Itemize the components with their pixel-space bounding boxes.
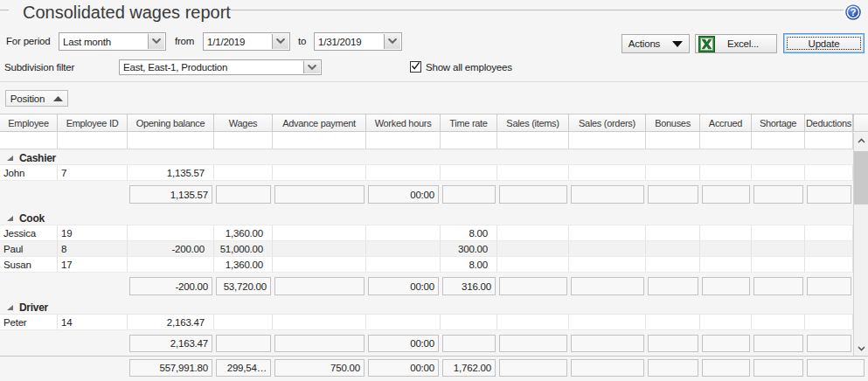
svg-text:?: ? [850,7,856,17]
